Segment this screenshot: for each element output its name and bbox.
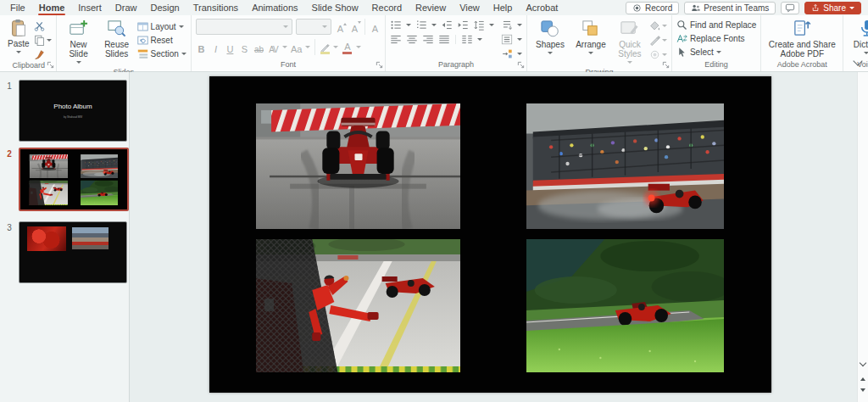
copy-button[interactable] bbox=[34, 35, 52, 46]
paragraph-dialog-launcher[interactable] bbox=[517, 61, 525, 69]
replace-fonts-button[interactable]: Replace Fonts bbox=[676, 33, 744, 44]
paste-button[interactable]: Paste bbox=[6, 18, 31, 57]
cut-button[interactable] bbox=[34, 20, 52, 31]
tab-transitions[interactable]: Transitions bbox=[186, 0, 245, 15]
tab-acrobat[interactable]: Acrobat bbox=[519, 0, 565, 15]
share-button[interactable]: Share bbox=[804, 2, 861, 14]
shape-outline-button[interactable] bbox=[649, 35, 667, 46]
create-pdf-button[interactable]: Create and Share Adobe PDF bbox=[765, 18, 838, 59]
dictate-button[interactable]: Dictate bbox=[848, 18, 868, 58]
decrease-font-size-button[interactable]: A bbox=[349, 20, 360, 35]
comments-button[interactable] bbox=[781, 2, 799, 14]
select-button[interactable]: Select bbox=[676, 47, 721, 58]
align-text-button[interactable] bbox=[501, 34, 513, 45]
shape-fill-button[interactable] bbox=[649, 20, 667, 31]
previous-slide-button[interactable] bbox=[859, 373, 867, 382]
tab-file[interactable]: File bbox=[3, 0, 32, 15]
thumbnail-slide-3-frame[interactable] bbox=[19, 221, 127, 283]
align-right-button[interactable] bbox=[422, 34, 434, 45]
thumbnail-slide-2-selected[interactable]: 2 bbox=[0, 148, 129, 211]
thumbnail-slide-2-frame[interactable] bbox=[19, 148, 129, 211]
record-icon bbox=[632, 3, 642, 13]
record-button[interactable]: Record bbox=[626, 2, 679, 14]
photo-ferrari-green-hills[interactable] bbox=[526, 239, 724, 372]
new-slide-button[interactable]: New Slide bbox=[61, 18, 97, 67]
font-size-combo[interactable] bbox=[296, 19, 331, 35]
numbering-button[interactable] bbox=[415, 20, 427, 31]
quick-styles-button[interactable]: Quick Styles bbox=[613, 18, 647, 67]
tab-design[interactable]: Design bbox=[143, 0, 186, 15]
increase-font-size-button[interactable]: A bbox=[335, 20, 346, 35]
drawing-dialog-launcher[interactable] bbox=[662, 61, 670, 69]
slide1-subtitle: by Shahzad MW bbox=[19, 115, 126, 119]
increase-indent-button[interactable] bbox=[457, 20, 469, 31]
text-direction-button[interactable] bbox=[501, 20, 513, 31]
bold-button[interactable]: B bbox=[196, 40, 207, 55]
strikethrough-button[interactable]: ab bbox=[253, 40, 264, 55]
italic-button[interactable]: I bbox=[210, 40, 221, 55]
text-shadow-button[interactable]: S bbox=[239, 40, 250, 55]
arrange-dropdown-icon bbox=[588, 52, 593, 57]
tab-insert[interactable]: Insert bbox=[71, 0, 108, 15]
photo-ferrari-rain-spray[interactable] bbox=[526, 103, 724, 229]
tab-slide-show[interactable]: Slide Show bbox=[305, 0, 365, 15]
tab-animations[interactable]: Animations bbox=[245, 0, 304, 15]
ribbon-tabs: File Home Insert Draw Design Transitions… bbox=[0, 0, 565, 15]
decrease-indent-button[interactable] bbox=[441, 20, 453, 31]
justify-button[interactable] bbox=[438, 34, 450, 45]
reuse-slides-button[interactable]: Reuse Slides bbox=[99, 18, 135, 59]
arrange-button[interactable]: Arrange bbox=[571, 18, 610, 58]
text-direction-dropdown-icon bbox=[517, 24, 522, 29]
font-size-dropdown-icon bbox=[322, 25, 327, 31]
font-name-combo[interactable] bbox=[196, 19, 292, 35]
format-painter-icon bbox=[34, 49, 45, 60]
character-spacing-button[interactable]: AV bbox=[268, 40, 279, 55]
tab-view[interactable]: View bbox=[453, 0, 487, 15]
vertical-scrollbar[interactable] bbox=[857, 72, 868, 402]
clipboard-dialog-launcher[interactable] bbox=[47, 61, 54, 69]
clear-formatting-button[interactable]: A bbox=[370, 20, 381, 35]
columns-button[interactable] bbox=[461, 34, 473, 45]
slide-2-editing-surface[interactable] bbox=[209, 76, 771, 393]
arrange-icon bbox=[581, 19, 600, 38]
convert-smartart-button[interactable] bbox=[501, 48, 513, 59]
shapes-button[interactable]: Shapes bbox=[531, 18, 569, 58]
thumbnail-slide-1[interactable]: 1 Photo Album by Shahzad MW bbox=[0, 80, 129, 142]
align-left-button[interactable] bbox=[390, 34, 402, 45]
scroll-down-arrow[interactable] bbox=[859, 360, 867, 368]
copy-icon bbox=[34, 35, 45, 46]
thumbnail-slide-1-frame[interactable]: Photo Album by Shahzad MW bbox=[19, 80, 127, 142]
find-icon bbox=[676, 20, 687, 31]
thumbnail-slide-3[interactable]: 3 bbox=[0, 221, 129, 283]
tab-review[interactable]: Review bbox=[409, 0, 453, 15]
section-button[interactable]: Section bbox=[137, 48, 186, 59]
slide-canvas[interactable] bbox=[130, 72, 868, 402]
font-color-button[interactable]: A bbox=[342, 40, 353, 54]
photo-ferrari-front-track[interactable] bbox=[256, 103, 460, 229]
change-case-button[interactable]: Aa bbox=[291, 40, 302, 55]
reset-button[interactable]: Reset bbox=[137, 35, 186, 46]
font-dialog-launcher[interactable] bbox=[376, 61, 383, 69]
layout-button[interactable]: Layout bbox=[137, 21, 186, 32]
tab-draw[interactable]: Draw bbox=[108, 0, 144, 15]
tab-record[interactable]: Record bbox=[365, 0, 409, 15]
font-name-dropdown-icon bbox=[283, 25, 288, 31]
underline-button[interactable]: U bbox=[225, 40, 236, 55]
editing-group-label: Editing bbox=[676, 59, 756, 71]
group-drawing: Shapes Arrange Quick Styles Drawing bbox=[527, 15, 672, 71]
shape-effects-button[interactable] bbox=[649, 49, 667, 60]
tab-home[interactable]: Home bbox=[32, 0, 72, 15]
quick-styles-dropdown-icon bbox=[627, 61, 632, 66]
tab-help[interactable]: Help bbox=[487, 0, 520, 15]
present-in-teams-button[interactable]: Present in Teams bbox=[684, 2, 776, 14]
find-replace-button[interactable]: Find and Replace bbox=[676, 20, 756, 31]
align-center-button[interactable] bbox=[406, 34, 418, 45]
cut-icon bbox=[34, 20, 45, 31]
align-text-dropdown-icon bbox=[517, 38, 522, 43]
format-painter-button[interactable] bbox=[34, 49, 52, 60]
photo-driver-fence-celebration[interactable] bbox=[256, 239, 460, 372]
bullets-button[interactable] bbox=[390, 20, 402, 31]
line-spacing-button[interactable] bbox=[473, 20, 485, 31]
highlight-color-button[interactable] bbox=[320, 40, 330, 54]
next-slide-button[interactable] bbox=[859, 387, 867, 395]
